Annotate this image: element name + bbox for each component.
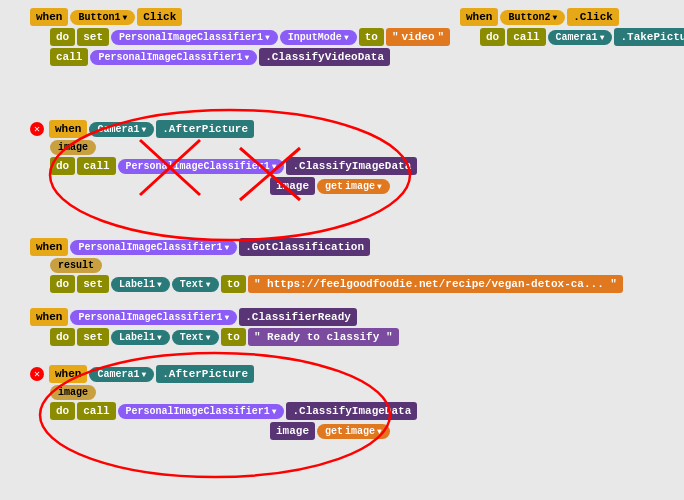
pic1-dropdown-4[interactable]: [224, 242, 229, 253]
url-value: " https://feelgoodfoodie.net/recipe/vega…: [248, 275, 623, 293]
set-keyword-1: set: [77, 28, 109, 46]
when-keyword-2: when: [460, 8, 498, 26]
block-group-2: when Button2 .Click do call Camera1 .Tak: [460, 8, 684, 48]
image-label-6: image: [270, 422, 315, 440]
to-keyword-5: to: [221, 328, 246, 346]
afterpicture-event: .AfterPicture: [156, 120, 254, 138]
call-keyword-2: call: [507, 28, 545, 46]
block-group-3: ✕ when Camera1 .AfterPicture image do ca…: [30, 120, 417, 197]
when-keyword: when: [30, 8, 68, 26]
pic1-component-4[interactable]: PersonalImageClassifier1: [70, 240, 237, 255]
click-event: Click: [137, 8, 182, 26]
when-keyword-3: when: [49, 120, 87, 138]
get-image-3[interactable]: get image: [317, 179, 390, 194]
label1-dropdown-4[interactable]: [157, 279, 162, 290]
camera1-component-3[interactable]: Camera1: [89, 122, 154, 137]
classify-image-method-6: .ClassifyImageData: [286, 402, 417, 420]
do-keyword-5: do: [50, 328, 75, 346]
image-param-6: image: [50, 385, 96, 400]
text-prop-4[interactable]: Text: [172, 277, 219, 292]
pic1-dropdown-5[interactable]: [224, 312, 229, 323]
inputmode-dropdown[interactable]: [344, 32, 349, 43]
label1-dropdown-5[interactable]: [157, 332, 162, 343]
camera1-component-6[interactable]: Camera1: [89, 367, 154, 382]
to-keyword-1: to: [359, 28, 384, 46]
button2-dropdown[interactable]: [552, 12, 557, 23]
to-keyword-4: to: [221, 275, 246, 293]
call-keyword-1: call: [50, 48, 88, 66]
set-keyword-4: set: [77, 275, 109, 293]
classifierready-event: .ClassifierReady: [239, 308, 357, 326]
camera1-component[interactable]: Camera1: [548, 30, 613, 45]
camera1-dropdown-6[interactable]: [141, 369, 146, 380]
label1-component-4[interactable]: Label1: [111, 277, 170, 292]
result-param: result: [50, 258, 102, 273]
afterpicture-event-6: .AfterPicture: [156, 365, 254, 383]
when-keyword-4: when: [30, 238, 68, 256]
image-label-3: image: [270, 177, 315, 195]
text-dropdown-4[interactable]: [206, 279, 211, 290]
pic1-dropdown-2[interactable]: [244, 52, 249, 63]
error-badge-6: ✕: [30, 367, 44, 381]
camera1-dropdown[interactable]: [600, 32, 605, 43]
pic1-component-3[interactable]: PersonalImageClassifier1: [118, 159, 285, 174]
call-keyword-3: call: [77, 157, 115, 175]
blocks-canvas: when Button1 Click do set PersonalImageC…: [0, 0, 684, 500]
gotclass-event: .GotClassification: [239, 238, 370, 256]
click-event-2: .Click: [567, 8, 619, 26]
pic1-component-6[interactable]: PersonalImageClassifier1: [118, 404, 285, 419]
text-dropdown-5[interactable]: [206, 332, 211, 343]
image-param-3: image: [50, 140, 96, 155]
do-keyword-1: do: [50, 28, 75, 46]
button2-component[interactable]: Button2: [500, 10, 565, 25]
button1-dropdown[interactable]: [122, 12, 127, 23]
get-dropdown-6[interactable]: [377, 426, 382, 437]
pic1-dropdown-1[interactable]: [265, 32, 270, 43]
do-keyword-4: do: [50, 275, 75, 293]
when-keyword-5: when: [30, 308, 68, 326]
camera1-dropdown-3[interactable]: [141, 124, 146, 135]
video-value: " video ": [386, 28, 450, 46]
pic1-dropdown-6[interactable]: [272, 406, 277, 417]
pic1-dropdown-3[interactable]: [272, 161, 277, 172]
takepicture-method: .TakePicture: [614, 28, 684, 46]
pic1-component-2[interactable]: PersonalImageClassifier1: [90, 50, 257, 65]
do-keyword-3: do: [50, 157, 75, 175]
classify-image-method-3: .ClassifyImageData: [286, 157, 417, 175]
block-group-5: when PersonalImageClassifier1 .Classifie…: [30, 308, 399, 348]
classify-video-method: .ClassifyVideoData: [259, 48, 390, 66]
block-group-4: when PersonalImageClassifier1 .GotClassi…: [30, 238, 623, 295]
get-dropdown-3[interactable]: [377, 181, 382, 192]
error-badge-3: ✕: [30, 122, 44, 136]
get-image-6[interactable]: get image: [317, 424, 390, 439]
text-prop-5[interactable]: Text: [172, 330, 219, 345]
pic1-component-1[interactable]: PersonalImageClassifier1: [111, 30, 278, 45]
label1-component-5[interactable]: Label1: [111, 330, 170, 345]
button1-component[interactable]: Button1: [70, 10, 135, 25]
do-keyword-6: do: [50, 402, 75, 420]
block-group-1: when Button1 Click do set PersonalImageC…: [30, 8, 450, 68]
set-keyword-5: set: [77, 328, 109, 346]
do-keyword-2: do: [480, 28, 505, 46]
when-keyword-6: when: [49, 365, 87, 383]
inputmode-prop[interactable]: InputMode: [280, 30, 357, 45]
pic1-component-5[interactable]: PersonalImageClassifier1: [70, 310, 237, 325]
block-group-6: ✕ when Camera1 .AfterPicture image do ca…: [30, 365, 417, 442]
ready-value: " Ready to classify ": [248, 328, 399, 346]
call-keyword-6: call: [77, 402, 115, 420]
